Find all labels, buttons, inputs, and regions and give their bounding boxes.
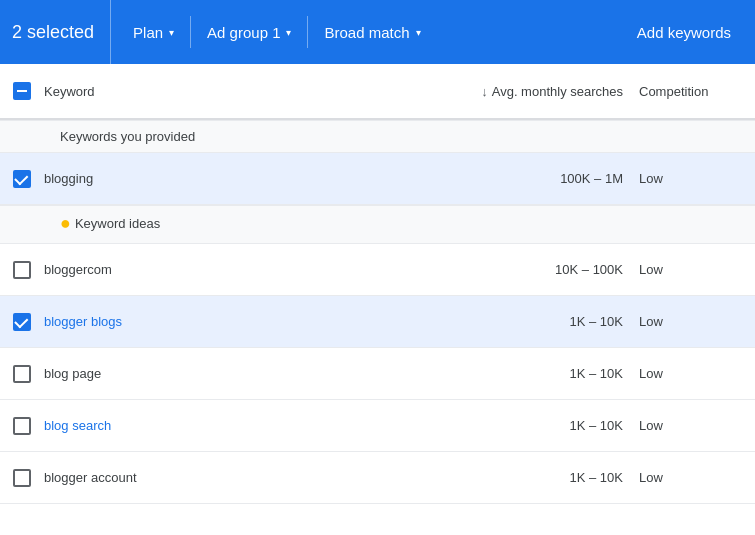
searches-cell: 1K – 10K	[282, 366, 623, 381]
row-checkbox[interactable]	[12, 416, 32, 436]
table-row[interactable]: bloggercom10K – 100KLow	[0, 244, 755, 296]
unchecked-checkbox-icon	[13, 469, 31, 487]
searches-column-header[interactable]: ↓ Avg. monthly searches	[282, 84, 623, 99]
provided-keywords-section: blogging100K – 1MLow	[0, 153, 755, 205]
checked-checkbox-icon	[13, 170, 31, 188]
indeterminate-checkbox-icon	[13, 82, 31, 100]
section-ideas-label: ●Keyword ideas	[0, 205, 755, 244]
unchecked-checkbox-icon	[13, 261, 31, 279]
plan-chevron-icon: ▾	[169, 27, 174, 38]
col-keyword-header: Keyword	[12, 81, 282, 101]
header-bar: 2 selected Plan ▾ Ad group 1 ▾ Broad mat…	[0, 0, 755, 64]
header-divider-1	[190, 16, 191, 48]
keyword-cell: blogging	[12, 169, 282, 189]
row-checkbox[interactable]	[12, 260, 32, 280]
keyword-column-header: Keyword	[44, 84, 95, 99]
row-checkbox[interactable]	[12, 468, 32, 488]
searches-cell: 1K – 10K	[282, 470, 623, 485]
selected-count-label: 2 selected	[12, 0, 111, 64]
ideas-dot-icon: ●	[60, 213, 71, 233]
table-row[interactable]: blog search1K – 10KLow	[0, 400, 755, 452]
keyword-cell: blog search	[12, 416, 282, 436]
plan-dropdown[interactable]: Plan ▾	[119, 0, 188, 64]
ad-group-label: Ad group 1	[207, 24, 280, 41]
competition-column-header: Competition	[623, 84, 743, 99]
keyword-cell: blogger blogs	[12, 312, 282, 332]
broad-match-chevron-icon: ▾	[416, 27, 421, 38]
competition-cell: Low	[623, 418, 743, 433]
table-header: Keyword ↓ Avg. monthly searches Competit…	[0, 64, 755, 120]
broad-match-label: Broad match	[324, 24, 409, 41]
table-row[interactable]: blog page1K – 10KLow	[0, 348, 755, 400]
section-provided-label: Keywords you provided	[0, 120, 755, 153]
unchecked-checkbox-icon	[13, 417, 31, 435]
row-checkbox[interactable]	[12, 364, 32, 384]
sort-down-icon: ↓	[481, 84, 488, 99]
checked-checkbox-icon	[13, 313, 31, 331]
searches-cell: 10K – 100K	[282, 262, 623, 277]
competition-cell: Low	[623, 470, 743, 485]
keyword-name[interactable]: blog search	[44, 418, 111, 433]
plan-label: Plan	[133, 24, 163, 41]
searches-cell: 100K – 1M	[282, 171, 623, 186]
table-row[interactable]: blogging100K – 1MLow	[0, 153, 755, 205]
ad-group-chevron-icon: ▾	[286, 27, 291, 38]
table-row[interactable]: blogger blogs1K – 10KLow	[0, 296, 755, 348]
keyword-name: bloggercom	[44, 262, 112, 277]
keyword-cell: bloggercom	[12, 260, 282, 280]
header-divider-2	[307, 16, 308, 48]
competition-cell: Low	[623, 262, 743, 277]
unchecked-checkbox-icon	[13, 365, 31, 383]
keyword-name: blogging	[44, 171, 93, 186]
table-row[interactable]: blogger account1K – 10KLow	[0, 452, 755, 504]
select-all-checkbox[interactable]	[12, 81, 32, 101]
ideas-keywords-section: bloggercom10K – 100KLowblogger blogs1K –…	[0, 244, 755, 504]
keyword-name[interactable]: blogger blogs	[44, 314, 122, 329]
add-keywords-button[interactable]: Add keywords	[625, 16, 743, 49]
ad-group-dropdown[interactable]: Ad group 1 ▾	[193, 0, 305, 64]
keyword-cell: blogger account	[12, 468, 282, 488]
row-checkbox[interactable]	[12, 169, 32, 189]
broad-match-dropdown[interactable]: Broad match ▾	[310, 0, 434, 64]
row-checkbox[interactable]	[12, 312, 32, 332]
keyword-cell: blog page	[12, 364, 282, 384]
competition-cell: Low	[623, 366, 743, 381]
searches-cell: 1K – 10K	[282, 418, 623, 433]
searches-cell: 1K – 10K	[282, 314, 623, 329]
competition-cell: Low	[623, 314, 743, 329]
competition-cell: Low	[623, 171, 743, 186]
keyword-name: blog page	[44, 366, 101, 381]
keyword-name: blogger account	[44, 470, 137, 485]
